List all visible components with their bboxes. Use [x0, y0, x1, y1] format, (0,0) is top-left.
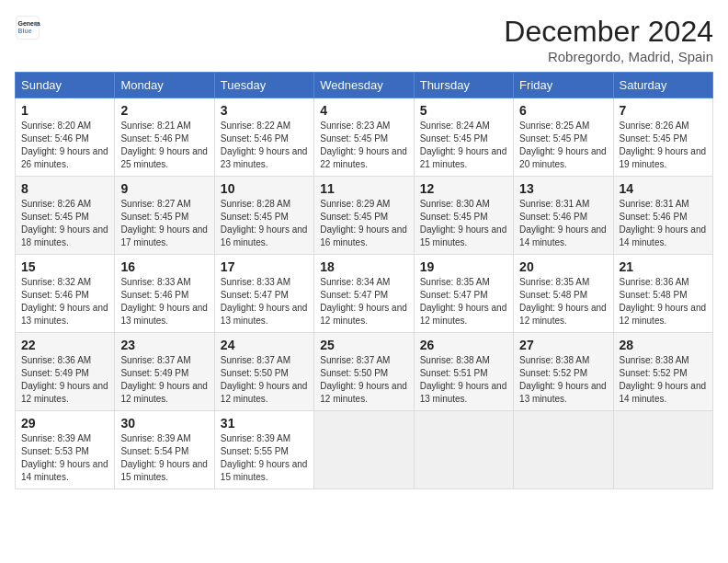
- day-info: Sunrise: 8:37 AMSunset: 5:50 PMDaylight:…: [221, 354, 308, 406]
- day-info: Sunrise: 8:35 AMSunset: 5:48 PMDaylight:…: [519, 276, 607, 327]
- day-number: 21: [620, 259, 707, 274]
- calendar-table: SundayMondayTuesdayWednesdayThursdayFrid…: [15, 72, 713, 489]
- day-info: Sunrise: 8:37 AMSunset: 5:49 PMDaylight:…: [120, 354, 208, 406]
- day-number: 25: [320, 338, 407, 352]
- svg-text:Blue: Blue: [18, 28, 32, 34]
- calendar-cell: [414, 411, 513, 489]
- calendar-cell: [613, 411, 712, 489]
- day-number: 14: [620, 181, 707, 196]
- calendar-cell: 26Sunrise: 8:38 AMSunset: 5:51 PMDayligh…: [414, 333, 513, 411]
- day-number: 29: [21, 416, 108, 431]
- title-block: December 2024 Robregordo, Madrid, Spain: [504, 15, 713, 64]
- calendar-cell: 19Sunrise: 8:35 AMSunset: 5:47 PMDayligh…: [414, 255, 513, 333]
- day-info: Sunrise: 8:39 AMSunset: 5:54 PMDaylight:…: [120, 432, 208, 484]
- day-info: Sunrise: 8:33 AMSunset: 5:47 PMDaylight:…: [221, 276, 308, 327]
- day-info: Sunrise: 8:35 AMSunset: 5:47 PMDaylight:…: [420, 276, 507, 327]
- calendar-cell: 23Sunrise: 8:37 AMSunset: 5:49 PMDayligh…: [115, 333, 214, 411]
- day-number: 9: [120, 181, 208, 196]
- calendar-cell: 15Sunrise: 8:32 AMSunset: 5:46 PMDayligh…: [16, 255, 115, 333]
- calendar-week-3: 15Sunrise: 8:32 AMSunset: 5:46 PMDayligh…: [16, 255, 713, 333]
- day-number: 20: [519, 259, 607, 274]
- day-number: 18: [320, 259, 407, 274]
- day-number: 13: [519, 181, 607, 196]
- day-info: Sunrise: 8:26 AMSunset: 5:45 PMDaylight:…: [21, 198, 108, 249]
- calendar-cell: 29Sunrise: 8:39 AMSunset: 5:53 PMDayligh…: [16, 411, 115, 489]
- weekday-header-thursday: Thursday: [414, 73, 513, 98]
- calendar-cell: 12Sunrise: 8:30 AMSunset: 5:45 PMDayligh…: [414, 177, 513, 255]
- calendar-cell: 3Sunrise: 8:22 AMSunset: 5:46 PMDaylight…: [214, 98, 313, 177]
- day-info: Sunrise: 8:34 AMSunset: 5:47 PMDaylight:…: [320, 276, 407, 327]
- calendar-cell: 9Sunrise: 8:27 AMSunset: 5:45 PMDaylight…: [115, 177, 214, 255]
- day-number: 22: [21, 338, 108, 352]
- day-number: 31: [221, 416, 308, 431]
- day-number: 6: [519, 103, 607, 118]
- calendar-week-5: 29Sunrise: 8:39 AMSunset: 5:53 PMDayligh…: [16, 411, 713, 489]
- day-info: Sunrise: 8:38 AMSunset: 5:51 PMDaylight:…: [420, 354, 507, 406]
- day-number: 17: [221, 259, 308, 274]
- calendar-cell: 17Sunrise: 8:33 AMSunset: 5:47 PMDayligh…: [214, 255, 313, 333]
- day-number: 27: [519, 338, 607, 352]
- calendar-cell: 10Sunrise: 8:28 AMSunset: 5:45 PMDayligh…: [214, 177, 313, 255]
- day-info: Sunrise: 8:38 AMSunset: 5:52 PMDaylight:…: [620, 354, 707, 406]
- calendar-cell: [514, 411, 613, 489]
- weekday-header-row: SundayMondayTuesdayWednesdayThursdayFrid…: [16, 73, 713, 98]
- calendar-cell: 21Sunrise: 8:36 AMSunset: 5:48 PMDayligh…: [613, 255, 712, 333]
- day-info: Sunrise: 8:38 AMSunset: 5:52 PMDaylight:…: [519, 354, 607, 406]
- weekday-header-saturday: Saturday: [613, 73, 712, 98]
- day-number: 1: [21, 103, 108, 118]
- day-info: Sunrise: 8:27 AMSunset: 5:45 PMDaylight:…: [120, 198, 208, 249]
- day-number: 26: [420, 338, 507, 352]
- day-number: 16: [120, 259, 208, 274]
- weekday-header-friday: Friday: [514, 73, 613, 98]
- day-number: 12: [420, 181, 507, 196]
- day-info: Sunrise: 8:26 AMSunset: 5:45 PMDaylight:…: [620, 120, 707, 171]
- day-info: Sunrise: 8:20 AMSunset: 5:46 PMDaylight:…: [21, 120, 108, 171]
- calendar-cell: 22Sunrise: 8:36 AMSunset: 5:49 PMDayligh…: [16, 333, 115, 411]
- day-info: Sunrise: 8:37 AMSunset: 5:50 PMDaylight:…: [320, 354, 407, 406]
- day-info: Sunrise: 8:21 AMSunset: 5:46 PMDaylight:…: [120, 120, 208, 171]
- day-number: 3: [221, 103, 308, 118]
- day-info: Sunrise: 8:36 AMSunset: 5:49 PMDaylight:…: [21, 354, 108, 406]
- calendar-cell: 14Sunrise: 8:31 AMSunset: 5:46 PMDayligh…: [613, 177, 712, 255]
- calendar-cell: 2Sunrise: 8:21 AMSunset: 5:46 PMDaylight…: [115, 98, 214, 177]
- logo: General Blue General Blue: [15, 15, 40, 40]
- calendar-body: 1Sunrise: 8:20 AMSunset: 5:46 PMDaylight…: [16, 98, 713, 489]
- day-number: 11: [320, 181, 407, 196]
- day-number: 8: [21, 181, 108, 196]
- day-info: Sunrise: 8:31 AMSunset: 5:46 PMDaylight:…: [620, 198, 707, 249]
- day-number: 2: [120, 103, 208, 118]
- day-number: 19: [420, 259, 507, 274]
- calendar-cell: 31Sunrise: 8:39 AMSunset: 5:55 PMDayligh…: [214, 411, 313, 489]
- day-info: Sunrise: 8:23 AMSunset: 5:45 PMDaylight:…: [320, 120, 407, 171]
- day-info: Sunrise: 8:28 AMSunset: 5:45 PMDaylight:…: [221, 198, 308, 249]
- calendar-cell: 28Sunrise: 8:38 AMSunset: 5:52 PMDayligh…: [613, 333, 712, 411]
- weekday-header-monday: Monday: [115, 73, 214, 98]
- day-number: 4: [320, 103, 407, 118]
- day-info: Sunrise: 8:22 AMSunset: 5:46 PMDaylight:…: [221, 120, 308, 171]
- day-info: Sunrise: 8:24 AMSunset: 5:45 PMDaylight:…: [420, 120, 507, 171]
- day-number: 23: [120, 338, 208, 352]
- day-number: 24: [221, 338, 308, 352]
- weekday-header-tuesday: Tuesday: [214, 73, 313, 98]
- day-info: Sunrise: 8:33 AMSunset: 5:46 PMDaylight:…: [120, 276, 208, 327]
- calendar-cell: 7Sunrise: 8:26 AMSunset: 5:45 PMDaylight…: [613, 98, 712, 177]
- day-info: Sunrise: 8:31 AMSunset: 5:46 PMDaylight:…: [519, 198, 607, 249]
- page-header: General Blue General Blue December 2024 …: [15, 15, 713, 64]
- calendar-cell: 16Sunrise: 8:33 AMSunset: 5:46 PMDayligh…: [115, 255, 214, 333]
- day-number: 5: [420, 103, 507, 118]
- page-subtitle: Robregordo, Madrid, Spain: [504, 49, 713, 64]
- day-info: Sunrise: 8:39 AMSunset: 5:53 PMDaylight:…: [21, 432, 108, 484]
- calendar-cell: 1Sunrise: 8:20 AMSunset: 5:46 PMDaylight…: [16, 98, 115, 177]
- calendar-week-4: 22Sunrise: 8:36 AMSunset: 5:49 PMDayligh…: [16, 333, 713, 411]
- day-number: 7: [620, 103, 707, 118]
- day-number: 30: [120, 416, 208, 431]
- page-title: December 2024: [504, 15, 713, 49]
- day-info: Sunrise: 8:30 AMSunset: 5:45 PMDaylight:…: [420, 198, 507, 249]
- day-info: Sunrise: 8:39 AMSunset: 5:55 PMDaylight:…: [221, 432, 308, 484]
- calendar-cell: 8Sunrise: 8:26 AMSunset: 5:45 PMDaylight…: [16, 177, 115, 255]
- day-number: 28: [620, 338, 707, 352]
- calendar-cell: 24Sunrise: 8:37 AMSunset: 5:50 PMDayligh…: [214, 333, 313, 411]
- calendar-cell: 27Sunrise: 8:38 AMSunset: 5:52 PMDayligh…: [514, 333, 613, 411]
- calendar-cell: 30Sunrise: 8:39 AMSunset: 5:54 PMDayligh…: [115, 411, 214, 489]
- day-info: Sunrise: 8:32 AMSunset: 5:46 PMDaylight:…: [21, 276, 108, 327]
